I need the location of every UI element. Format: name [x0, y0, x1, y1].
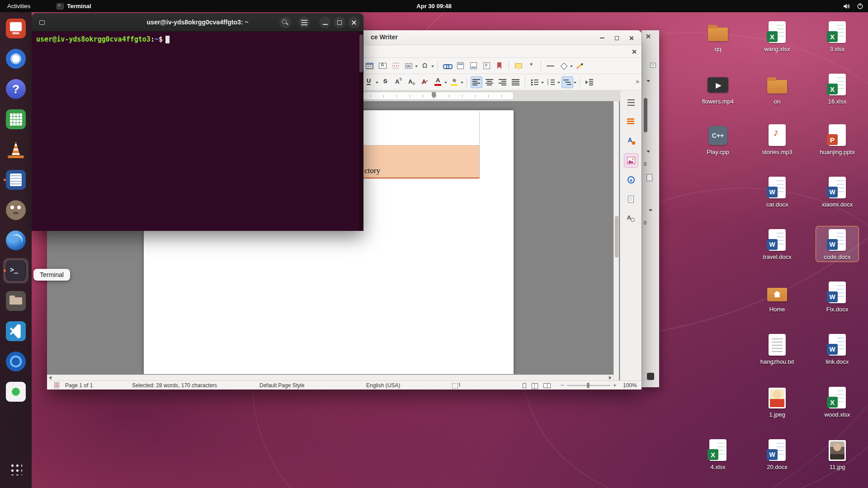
Fix.docx[interactable]: Fix.docx [816, 278, 859, 314]
underline-button[interactable] [363, 76, 375, 88]
panel-settings-icon[interactable] [650, 63, 656, 68]
show-applications-button[interactable] [3, 456, 28, 482]
multi-page-view-button[interactable] [532, 383, 538, 388]
insert-text-box-button[interactable] [377, 60, 388, 72]
insert-bookmark-button[interactable] [494, 60, 505, 72]
gimp-launcher[interactable] [3, 197, 28, 223]
dropdown-caret-icon[interactable] [431, 66, 434, 67]
code.docx[interactable]: code.docx [816, 226, 859, 262]
huanjing.pptx[interactable]: huanjing.pptx [816, 121, 859, 157]
zoom-in-button[interactable]: + [613, 382, 617, 389]
terminal-maximize-button[interactable] [334, 17, 345, 28]
strikethrough-button[interactable] [380, 76, 392, 88]
libreoffice-impress-launcher[interactable] [3, 16, 28, 41]
writer-close-button[interactable] [626, 33, 636, 43]
font-color-button[interactable] [432, 76, 444, 88]
language-status[interactable]: English (USA) [366, 382, 400, 389]
dropdown-caret-icon[interactable] [574, 82, 576, 84]
Play.cpp[interactable]: Play.cpp [696, 121, 740, 157]
link.docx[interactable]: link.docx [816, 331, 859, 367]
writer-maximize-button[interactable] [612, 33, 622, 43]
blue-app-launcher-1[interactable] [3, 228, 28, 253]
terminal-launcher[interactable] [3, 258, 28, 283]
panel-dropdown-caret-icon[interactable] [646, 80, 650, 82]
hangzhou.txt[interactable]: hangzhou.txt [755, 331, 799, 367]
outline-list-button[interactable] [561, 76, 573, 88]
flowers.mp4[interactable]: flowers.mp4 [696, 70, 740, 107]
vlc-launcher[interactable] [3, 137, 28, 162]
word-count-status[interactable]: Selected: 28 words, 170 characters [132, 382, 217, 389]
system-tray[interactable] [843, 0, 863, 12]
insert-page-break-button[interactable] [390, 60, 401, 72]
insert-comment-button[interactable] [513, 60, 524, 72]
insert-table-button[interactable] [363, 60, 375, 72]
insert-page-number-button[interactable] [481, 60, 492, 72]
vscode-launcher[interactable] [3, 319, 28, 344]
terminal-scrollbar-thumb[interactable] [359, 34, 363, 72]
panel-bottom-icon[interactable] [647, 373, 654, 380]
increase-indent-button[interactable] [584, 76, 595, 88]
libreoffice-calc-launcher[interactable] [3, 107, 28, 132]
terminal-search-button[interactable] [279, 17, 291, 28]
blue-app-launcher-2[interactable] [3, 349, 28, 374]
insert-header-button[interactable] [454, 60, 466, 72]
styles-deck-tab[interactable] [624, 134, 638, 148]
dropdown-caret-icon[interactable] [557, 82, 560, 84]
book-view-button[interactable] [543, 383, 551, 388]
align-left-button[interactable] [471, 76, 482, 88]
focused-app-indicator[interactable]: Terminal [57, 3, 91, 9]
panel-dropdown-caret-icon[interactable] [649, 209, 652, 211]
ordered-list-button[interactable] [545, 76, 557, 88]
4.xlsx[interactable]: 4.xlsx [696, 436, 740, 472]
style-inspector-deck-tab[interactable] [624, 211, 638, 226]
insert-field-button[interactable] [403, 60, 415, 72]
toolbar-overflow-button[interactable]: » [636, 78, 639, 85]
gallery-deck-tab[interactable] [624, 153, 638, 168]
page-count-status[interactable]: Page 1 of 1 [65, 382, 93, 389]
3.xlsx[interactable]: 3.xlsx [816, 18, 859, 54]
align-center-button[interactable] [484, 76, 495, 88]
scroll-right-arrow-icon[interactable] [609, 376, 612, 380]
zoom-out-button[interactable]: − [561, 382, 564, 389]
dropdown-caret-icon[interactable] [570, 66, 573, 67]
1.jpeg[interactable]: 1.jpeg [755, 384, 799, 420]
properties-deck-tab[interactable] [624, 114, 638, 129]
scroll-left-arrow-icon[interactable] [49, 376, 52, 380]
close-document-button[interactable] [630, 47, 638, 56]
terminal-minimize-button[interactable] [319, 17, 331, 28]
activities-button[interactable]: Activities [0, 0, 38, 12]
terminal-close-button[interactable] [348, 17, 360, 28]
unordered-list-button[interactable] [529, 76, 541, 88]
basic-shapes-button[interactable] [558, 60, 570, 72]
car.docx[interactable]: car.docx [755, 174, 799, 210]
insert-footer-button[interactable] [467, 60, 479, 72]
align-right-button[interactable] [497, 76, 509, 88]
insert-hyperlink-button[interactable] [441, 60, 453, 72]
terminal-scrollbar[interactable] [359, 32, 363, 231]
terminal-titlebar[interactable]: user@iv-yds8okrgg0cva4ffgto3: ~ [32, 13, 363, 32]
new-tab-button[interactable] [36, 17, 48, 28]
16.xlsx[interactable]: 16.xlsx [816, 70, 859, 107]
Home[interactable]: Home [755, 278, 799, 314]
wang.xlsx[interactable]: wang.xlsx [755, 18, 799, 54]
libreoffice-writer-launcher[interactable] [3, 167, 28, 192]
sidebar-menu-tab[interactable] [624, 95, 638, 109]
20.docx[interactable]: 20.docx [755, 436, 799, 472]
freeform-line-button[interactable] [574, 60, 586, 72]
insert-horizontal-line-button[interactable] [545, 60, 557, 72]
qq[interactable]: qq [696, 18, 740, 54]
on[interactable]: on [755, 70, 799, 107]
zoom-slider-thumb[interactable] [587, 383, 590, 388]
software-launcher[interactable] [3, 379, 28, 404]
11.jpg[interactable]: 11.jpg [816, 436, 859, 472]
horizontal-scrollbar[interactable] [47, 375, 613, 380]
clear-formatting-button[interactable] [419, 76, 431, 88]
chromium-launcher[interactable] [3, 46, 28, 71]
dropdown-caret-icon[interactable] [444, 82, 447, 84]
insert-endnote-button[interactable] [526, 60, 538, 72]
selection-mode-icon[interactable] [452, 383, 461, 388]
dropdown-caret-icon[interactable] [541, 82, 544, 84]
superscript-button[interactable] [393, 76, 405, 88]
highlight-color-button[interactable] [448, 76, 460, 88]
justify-button[interactable] [510, 76, 522, 88]
